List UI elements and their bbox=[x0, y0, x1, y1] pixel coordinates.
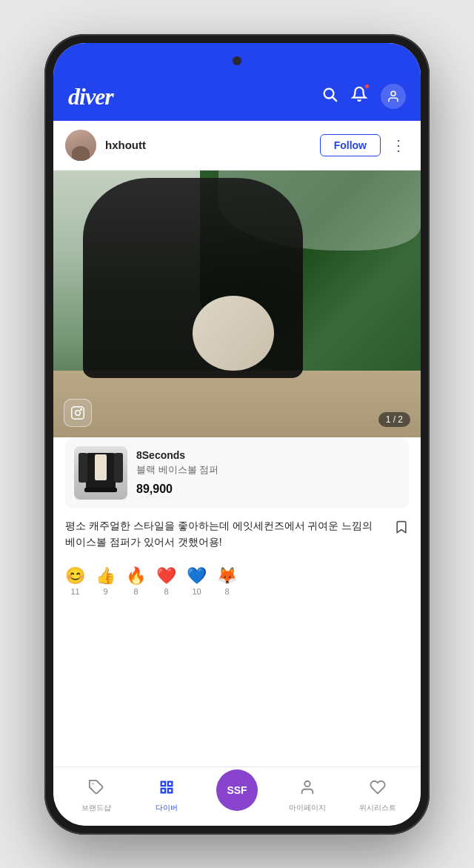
smile-count: 11 bbox=[70, 587, 79, 596]
camera-notch bbox=[233, 56, 241, 65]
blue-heart-emoji: 💙 bbox=[187, 566, 207, 586]
bottom-nav: 브랜드샵 다이버 SSF bbox=[53, 766, 421, 826]
product-thumb-inner bbox=[74, 446, 127, 500]
app-logo: diver bbox=[68, 83, 113, 110]
svg-rect-10 bbox=[84, 488, 117, 492]
wishlist-icon bbox=[370, 779, 386, 800]
reaction-blue-heart[interactable]: 💙 10 bbox=[187, 566, 207, 596]
notification-icon[interactable] bbox=[351, 86, 367, 107]
svg-rect-8 bbox=[79, 453, 87, 483]
svg-rect-9 bbox=[114, 453, 123, 483]
username-label: hxhoutt bbox=[105, 139, 320, 151]
wishlist-label: 위시리스트 bbox=[359, 803, 396, 813]
svg-point-5 bbox=[81, 408, 82, 410]
caption-text: 평소 캐주얼한 스타일을 좋아하는데 에잇세컨즈에서 귀여운 느낌의 베이스볼 … bbox=[65, 517, 385, 551]
post-caption: 평소 캐주얼한 스타일을 좋아하는데 에잇세컨즈에서 귀여운 느낌의 베이스볼 … bbox=[53, 508, 421, 560]
image-counter: 1 / 2 bbox=[378, 412, 410, 427]
svg-rect-3 bbox=[72, 406, 84, 419]
product-card[interactable]: 8Seconds 블랙 베이스볼 점퍼 89,900 bbox=[65, 437, 409, 508]
diver-icon bbox=[158, 779, 175, 800]
phone-frame: diver bbox=[44, 34, 430, 835]
reactions-bar: 😊 11 👍 9 🔥 8 ❤️ 8 💙 10 bbox=[53, 559, 421, 600]
fox-emoji: 🦊 bbox=[217, 566, 237, 586]
red-heart-count: 8 bbox=[164, 587, 168, 596]
brandshop-label: 브랜드샵 bbox=[81, 803, 111, 813]
fire-count: 8 bbox=[133, 587, 138, 596]
app-header: diver bbox=[53, 76, 421, 121]
post-image[interactable]: 1 / 2 bbox=[53, 170, 421, 437]
svg-rect-7 bbox=[95, 454, 107, 480]
brandshop-icon bbox=[88, 779, 104, 800]
avatar[interactable] bbox=[65, 130, 96, 161]
user-bar: hxhoutt Follow ⋮ bbox=[53, 121, 421, 170]
wall bbox=[53, 371, 421, 437]
header-icons bbox=[321, 84, 406, 109]
search-icon[interactable] bbox=[321, 86, 338, 107]
thumbs-up-emoji: 👍 bbox=[96, 566, 116, 586]
more-options-button[interactable]: ⋮ bbox=[388, 135, 409, 156]
reaction-smile[interactable]: 😊 11 bbox=[65, 566, 85, 596]
notification-badge bbox=[364, 84, 370, 89]
smile-emoji: 😊 bbox=[65, 566, 85, 586]
sidebar-item-diver[interactable]: 다이버 bbox=[131, 779, 201, 813]
avatar-image bbox=[65, 130, 96, 161]
svg-point-12 bbox=[305, 781, 310, 786]
my-page-icon[interactable] bbox=[381, 84, 406, 109]
svg-line-1 bbox=[333, 97, 336, 101]
bag bbox=[193, 296, 273, 371]
svg-point-4 bbox=[76, 410, 81, 415]
reaction-fox[interactable]: 🦊 8 bbox=[217, 566, 237, 596]
reaction-fire[interactable]: 🔥 8 bbox=[126, 566, 146, 596]
sidebar-item-wishlist[interactable]: 위시리스트 bbox=[343, 779, 413, 813]
ssf-button[interactable]: SSF bbox=[216, 769, 258, 811]
post-image-scene bbox=[53, 170, 421, 437]
diver-label: 다이버 bbox=[156, 803, 178, 813]
red-heart-emoji: ❤️ bbox=[156, 566, 176, 586]
instagram-badge bbox=[64, 399, 92, 427]
fire-emoji: 🔥 bbox=[126, 566, 146, 586]
svg-point-2 bbox=[391, 91, 395, 96]
blue-heart-count: 10 bbox=[192, 587, 201, 596]
mypage-label: 마이페이지 bbox=[289, 803, 326, 813]
product-price: 89,900 bbox=[136, 483, 400, 496]
phone-wrapper: diver bbox=[0, 0, 474, 868]
ssf-label: SSF bbox=[227, 784, 247, 796]
mypage-icon bbox=[299, 779, 316, 800]
follow-button[interactable]: Follow bbox=[320, 134, 381, 156]
phone-screen: diver bbox=[53, 43, 421, 826]
ssf-nav-item[interactable]: SSF bbox=[201, 769, 272, 823]
product-name: 블랙 베이스볼 점퍼 bbox=[136, 463, 400, 477]
fox-count: 8 bbox=[224, 587, 229, 596]
thumbs-up-count: 9 bbox=[103, 587, 107, 596]
product-brand: 8Seconds bbox=[136, 449, 400, 461]
reaction-red-heart[interactable]: ❤️ 8 bbox=[156, 566, 176, 596]
product-info: 8Seconds 블랙 베이스볼 점퍼 89,900 bbox=[136, 449, 400, 496]
sidebar-item-mypage[interactable]: 마이페이지 bbox=[273, 779, 343, 813]
product-thumbnail bbox=[74, 446, 127, 500]
sidebar-item-brandshop[interactable]: 브랜드샵 bbox=[61, 779, 131, 813]
bookmark-icon[interactable] bbox=[394, 519, 409, 543]
reaction-thumbs-up[interactable]: 👍 9 bbox=[96, 566, 116, 596]
